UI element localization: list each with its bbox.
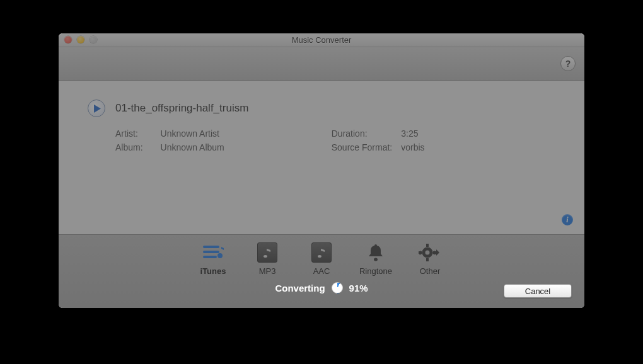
svg-point-0 bbox=[217, 253, 223, 258]
svg-rect-5 bbox=[426, 244, 429, 247]
toolbar: ? bbox=[59, 47, 584, 81]
format-selector: iTunes MP3 AAC bbox=[59, 235, 584, 276]
app-window: Music Converter ? 01-the_offspring-half_… bbox=[59, 33, 584, 308]
svg-point-4 bbox=[424, 249, 431, 256]
source-format-label: Source Format: bbox=[332, 142, 392, 152]
album-value: Unknown Album bbox=[161, 142, 224, 152]
track-filename: 01-the_offspring-half_truism bbox=[115, 102, 248, 115]
content-panel: 01-the_offspring-half_truism Artist: Unk… bbox=[59, 81, 584, 234]
source-format-value: vorbis bbox=[401, 142, 424, 152]
progress-pie-icon bbox=[332, 282, 343, 293]
zoom-window-button[interactable] bbox=[90, 36, 97, 43]
duration-label: Duration: bbox=[332, 128, 392, 139]
svg-point-2 bbox=[318, 255, 322, 258]
progress-percent: 91% bbox=[349, 283, 368, 293]
minimize-window-button[interactable] bbox=[77, 36, 84, 43]
format-aac[interactable]: AAC bbox=[304, 241, 339, 276]
window-title: Music Converter bbox=[292, 35, 352, 45]
format-ringtone[interactable]: Ringtone bbox=[358, 241, 393, 276]
format-mp3[interactable]: MP3 bbox=[250, 241, 285, 276]
format-label: AAC bbox=[313, 266, 330, 276]
cancel-button[interactable]: Cancel bbox=[504, 284, 572, 298]
svg-rect-6 bbox=[426, 258, 429, 261]
bell-icon bbox=[364, 241, 387, 264]
format-label: MP3 bbox=[259, 266, 276, 276]
play-icon bbox=[94, 105, 101, 113]
chevron-down-icon bbox=[436, 249, 439, 256]
artist-value: Unknown Artist bbox=[161, 128, 224, 139]
format-itunes[interactable]: iTunes bbox=[195, 241, 231, 276]
format-other[interactable]: Other bbox=[412, 241, 448, 276]
mp3-icon bbox=[256, 241, 279, 264]
status-label: Converting bbox=[275, 283, 325, 293]
itunes-icon bbox=[202, 241, 224, 264]
metadata: Artist: Unknown Artist Album: Unknown Al… bbox=[115, 128, 555, 152]
titlebar: Music Converter bbox=[59, 33, 584, 47]
format-label: iTunes bbox=[200, 266, 226, 276]
footer-panel: iTunes MP3 AAC bbox=[59, 234, 584, 308]
aac-icon bbox=[310, 241, 333, 264]
close-window-button[interactable] bbox=[64, 36, 72, 43]
svg-point-1 bbox=[264, 255, 267, 258]
duration-value: 3:25 bbox=[401, 128, 424, 139]
traffic-lights bbox=[64, 36, 97, 43]
play-button[interactable] bbox=[88, 100, 105, 117]
help-button[interactable]: ? bbox=[560, 56, 576, 71]
artist-label: Artist: bbox=[115, 128, 143, 139]
gear-icon bbox=[419, 241, 441, 264]
svg-point-3 bbox=[374, 258, 378, 261]
info-button[interactable]: i bbox=[562, 214, 573, 225]
format-label: Other bbox=[420, 266, 441, 276]
format-label: Ringtone bbox=[359, 266, 392, 276]
album-label: Album: bbox=[115, 142, 143, 152]
